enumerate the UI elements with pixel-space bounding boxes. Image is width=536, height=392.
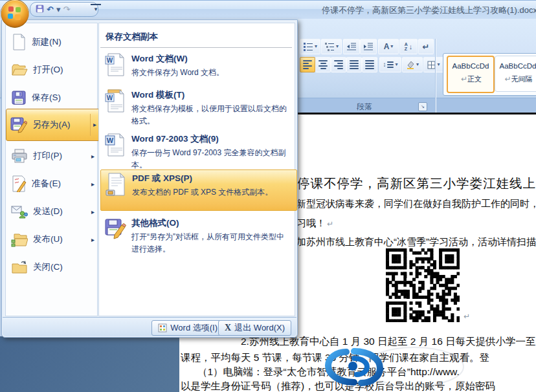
print-icon: [11, 148, 28, 164]
submenu-item-word-97-2003[interactable]: W Word 97-2003 文档(9) 保存一份与 Word 97-2003 …: [100, 131, 296, 171]
asian-layout-icon: A: [384, 43, 390, 50]
paint-bucket-icon: [406, 60, 415, 69]
style-pilcrow-icon: ↵: [461, 74, 467, 83]
pdf-xps-icon: [105, 173, 127, 197]
svg-text:W: W: [107, 136, 114, 144]
submenu-item-word-template[interactable]: W Word 模板(T) 将文档保存为模板，以便用于设置以后文档的格式。: [100, 87, 296, 127]
office-button[interactable]: [0, 0, 30, 31]
submenu-arrow-icon: ▸: [91, 236, 95, 243]
menu-item-open[interactable]: 打开(O): [7, 57, 98, 83]
swirl-logo: [322, 347, 386, 387]
numbering-button[interactable]: ▾: [300, 39, 320, 54]
close-folder-icon: [11, 260, 28, 274]
document-heading: 停课不停学，高新区第三小学娄江娃线上学: [297, 175, 536, 192]
justify-button[interactable]: [346, 57, 362, 72]
menu-item-prepare[interactable]: 准备(E) ▸: [7, 171, 98, 197]
menu-item-send[interactable]: 发送(D) ▸: [7, 199, 98, 224]
paragraph-group-label: 段落: [329, 102, 400, 113]
multilevel-list-button[interactable]: ▾: [321, 39, 342, 54]
new-document-icon: [11, 34, 27, 50]
word-document-icon: W: [104, 53, 126, 78]
customize-quick-access-icon[interactable]: ▾: [91, 4, 101, 15]
sort-z-glyph: Z: [405, 47, 408, 51]
pilcrow-icon: ↵: [327, 219, 333, 228]
decrease-indent-button[interactable]: [343, 39, 360, 54]
style-chip-normal[interactable]: AaBbCcDd ↵正文: [447, 56, 495, 93]
asian-layout-button[interactable]: A ▾: [378, 39, 399, 54]
align-center-button[interactable]: [315, 57, 331, 72]
dropdown-icon: ▾: [395, 62, 397, 67]
line-spacing-button[interactable]: ↕ ▾: [379, 57, 401, 72]
menu-item-publish[interactable]: 发布(U) ▸: [7, 226, 98, 252]
document-line: 新型冠状病毒来袭，同学们在做好自我防护工作的同时，可以: [296, 198, 536, 210]
menu-item-print[interactable]: 打印(P) ▸: [7, 143, 98, 169]
word-97-2003-icon: W: [104, 133, 126, 158]
sort-a-glyph: A: [405, 42, 408, 47]
submenu-separator: [100, 47, 292, 48]
save-as-icon: [10, 116, 27, 133]
sort-down-icon: ↓: [409, 43, 413, 50]
office-menu: 新建(N) 打开(O) 保存(S) 另存为(A) ▸ 打印(P) ▸: [1, 19, 298, 338]
document-line: 习哦！↵: [296, 217, 333, 230]
menu-item-save[interactable]: 保存(S): [7, 85, 98, 111]
dropdown-icon: ▾: [416, 62, 419, 67]
group-separator: [435, 39, 436, 113]
word-template-icon: W: [104, 89, 126, 114]
redo-icon: ↷: [63, 5, 70, 14]
increase-indent-button[interactable]: [360, 39, 377, 54]
save-as-submenu: 保存文档副本 W Word 文档(W) 将文件保存为 Word 文档。 W Wo…: [98, 23, 295, 316]
undo-dropdown-icon[interactable]: ▾: [56, 5, 61, 14]
svg-text:W: W: [107, 57, 113, 64]
menu-item-new[interactable]: 新建(N): [7, 29, 98, 55]
exit-word-button[interactable]: X 退出 Word(X): [218, 320, 291, 336]
submenu-item-other-formats[interactable]: 其他格式(O) 打开“另存为”对话框，从所有可用文件类型中进行选择。: [100, 215, 296, 255]
other-formats-icon: [104, 217, 126, 241]
sort-button[interactable]: A Z ↓: [399, 39, 418, 54]
undo-icon[interactable]: ↶: [47, 5, 54, 14]
show-marks-button[interactable]: ↵: [418, 39, 434, 54]
submenu-header: 保存文档副本: [106, 31, 158, 43]
document-line: 加苏州市线上教育中心“冰雪季”学习活动，活动详情扫描二: [296, 236, 536, 248]
office-menu-footer: Word 选项(I) X 退出 Word(X): [3, 317, 296, 336]
submenu-item-word-document[interactable]: W Word 文档(W) 将文件保存为 Word 文档。: [100, 50, 296, 79]
exit-x-icon: X: [225, 323, 231, 333]
dropdown-icon: ▾: [315, 44, 317, 49]
quick-access-toolbar: ↶ ▾ ↷: [30, 2, 98, 17]
submenu-arrow-icon: ▸: [91, 153, 95, 160]
dropdown-icon: ▾: [437, 62, 440, 67]
word-2007-window: 停课不停学，高新区第三小学娄江娃线上学习攻略(1).docx - Micr ↶ …: [0, 0, 536, 392]
line-spacing-icon: ↕: [383, 61, 386, 68]
paragraph-mark-icon: ↵: [423, 43, 430, 51]
options-icon: [158, 323, 167, 332]
open-folder-icon: [11, 62, 28, 78]
dropdown-icon: ▾: [390, 44, 393, 49]
align-left-button[interactable]: [300, 57, 315, 72]
style-pilcrow-icon: ↵: [504, 74, 511, 83]
office-menu-left-column: 新建(N) 打开(O) 保存(S) 另存为(A) ▸ 打印(P) ▸: [5, 23, 98, 316]
pilcrow-icon: ↵: [463, 312, 470, 321]
send-icon: [11, 204, 28, 219]
word-options-button[interactable]: Word 选项(I): [151, 320, 224, 336]
svg-text:W: W: [107, 94, 113, 102]
align-right-button[interactable]: [331, 57, 346, 72]
save-quick-icon[interactable]: [36, 5, 44, 14]
document-window-background: [0, 336, 179, 392]
shading-button[interactable]: ▾: [402, 57, 423, 72]
publish-icon: [11, 232, 28, 247]
style-chip-no-spacing[interactable]: AaBbCcDd ↵无间隔: [495, 56, 536, 92]
dropdown-icon: ▾: [336, 44, 339, 49]
submenu-arrow-icon: ▸: [91, 208, 95, 215]
menu-item-close[interactable]: 关闭(C): [7, 254, 98, 280]
document-background-strip: [291, 98, 536, 113]
save-icon: [11, 90, 27, 105]
qr-code-image: [386, 248, 460, 322]
menu-item-save-as[interactable]: 另存为(A) ▸: [6, 109, 100, 141]
borders-button[interactable]: ▾: [423, 57, 444, 72]
paragraph-dialog-launcher[interactable]: ↘: [418, 102, 427, 111]
submenu-arrow-icon: ▸: [90, 114, 96, 136]
distribute-button[interactable]: [362, 57, 377, 72]
prepare-icon: [11, 175, 27, 192]
submenu-item-pdf-xps[interactable]: PDF 或 XPS(P) 发布文档的 PDF 或 XPS 文件格式副本。: [100, 169, 297, 211]
submenu-arrow-icon: ▸: [91, 180, 95, 188]
window-title: 停课不停学，高新区第三小学娄江娃线上学习攻略(1).docx - Micr: [322, 5, 536, 16]
